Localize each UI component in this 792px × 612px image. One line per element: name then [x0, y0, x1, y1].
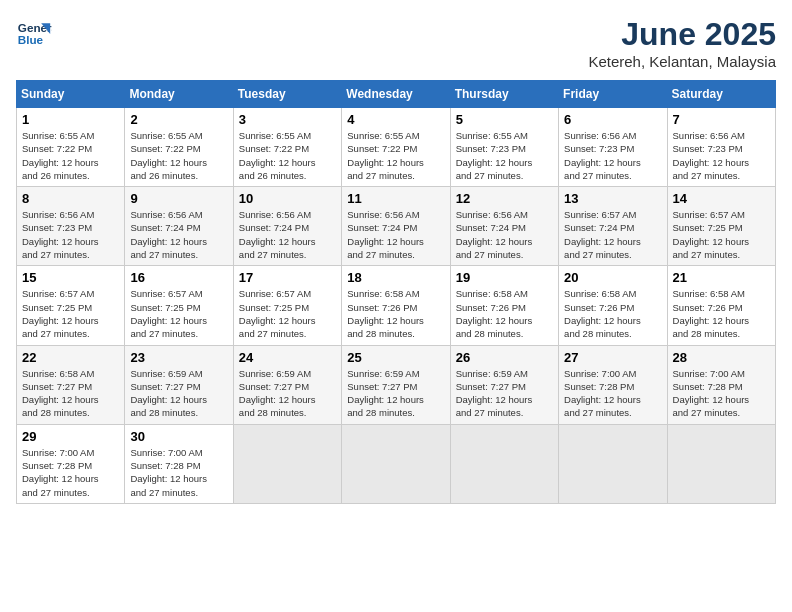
table-row	[667, 424, 775, 503]
day-info: Sunrise: 6:56 AM Sunset: 7:24 PM Dayligh…	[239, 208, 336, 261]
day-number: 29	[22, 429, 119, 444]
day-info: Sunrise: 6:59 AM Sunset: 7:27 PM Dayligh…	[347, 367, 444, 420]
header-thursday: Thursday	[450, 81, 558, 108]
day-number: 15	[22, 270, 119, 285]
day-info: Sunrise: 6:55 AM Sunset: 7:22 PM Dayligh…	[239, 129, 336, 182]
header-tuesday: Tuesday	[233, 81, 341, 108]
svg-text:Blue: Blue	[18, 33, 44, 46]
table-row: 6Sunrise: 6:56 AM Sunset: 7:23 PM Daylig…	[559, 108, 667, 187]
title-area: June 2025 Ketereh, Kelantan, Malaysia	[588, 16, 776, 70]
table-row: 19Sunrise: 6:58 AM Sunset: 7:26 PM Dayli…	[450, 266, 558, 345]
day-info: Sunrise: 7:00 AM Sunset: 7:28 PM Dayligh…	[564, 367, 661, 420]
header-sunday: Sunday	[17, 81, 125, 108]
day-number: 1	[22, 112, 119, 127]
table-row: 2Sunrise: 6:55 AM Sunset: 7:22 PM Daylig…	[125, 108, 233, 187]
logo: General Blue	[16, 16, 52, 52]
day-info: Sunrise: 7:00 AM Sunset: 7:28 PM Dayligh…	[130, 446, 227, 499]
day-info: Sunrise: 6:55 AM Sunset: 7:23 PM Dayligh…	[456, 129, 553, 182]
day-number: 4	[347, 112, 444, 127]
day-number: 20	[564, 270, 661, 285]
day-info: Sunrise: 6:57 AM Sunset: 7:25 PM Dayligh…	[239, 287, 336, 340]
month-title: June 2025	[588, 16, 776, 53]
table-row: 11Sunrise: 6:56 AM Sunset: 7:24 PM Dayli…	[342, 187, 450, 266]
day-info: Sunrise: 6:55 AM Sunset: 7:22 PM Dayligh…	[22, 129, 119, 182]
day-info: Sunrise: 6:56 AM Sunset: 7:24 PM Dayligh…	[130, 208, 227, 261]
day-info: Sunrise: 6:59 AM Sunset: 7:27 PM Dayligh…	[130, 367, 227, 420]
day-info: Sunrise: 6:58 AM Sunset: 7:26 PM Dayligh…	[456, 287, 553, 340]
day-info: Sunrise: 6:56 AM Sunset: 7:23 PM Dayligh…	[564, 129, 661, 182]
day-number: 3	[239, 112, 336, 127]
day-info: Sunrise: 6:58 AM Sunset: 7:27 PM Dayligh…	[22, 367, 119, 420]
day-info: Sunrise: 6:57 AM Sunset: 7:25 PM Dayligh…	[673, 208, 770, 261]
day-number: 2	[130, 112, 227, 127]
day-info: Sunrise: 6:56 AM Sunset: 7:23 PM Dayligh…	[673, 129, 770, 182]
day-number: 10	[239, 191, 336, 206]
day-number: 17	[239, 270, 336, 285]
day-number: 19	[456, 270, 553, 285]
day-info: Sunrise: 6:58 AM Sunset: 7:26 PM Dayligh…	[564, 287, 661, 340]
day-number: 27	[564, 350, 661, 365]
table-row: 17Sunrise: 6:57 AM Sunset: 7:25 PM Dayli…	[233, 266, 341, 345]
page-header: General Blue June 2025 Ketereh, Kelantan…	[16, 16, 776, 70]
table-row	[233, 424, 341, 503]
day-info: Sunrise: 6:56 AM Sunset: 7:24 PM Dayligh…	[347, 208, 444, 261]
table-row: 22Sunrise: 6:58 AM Sunset: 7:27 PM Dayli…	[17, 345, 125, 424]
day-number: 28	[673, 350, 770, 365]
table-row: 15Sunrise: 6:57 AM Sunset: 7:25 PM Dayli…	[17, 266, 125, 345]
table-row: 28Sunrise: 7:00 AM Sunset: 7:28 PM Dayli…	[667, 345, 775, 424]
header-wednesday: Wednesday	[342, 81, 450, 108]
day-info: Sunrise: 7:00 AM Sunset: 7:28 PM Dayligh…	[22, 446, 119, 499]
table-row: 20Sunrise: 6:58 AM Sunset: 7:26 PM Dayli…	[559, 266, 667, 345]
table-row: 18Sunrise: 6:58 AM Sunset: 7:26 PM Dayli…	[342, 266, 450, 345]
day-number: 18	[347, 270, 444, 285]
calendar-header-row: Sunday Monday Tuesday Wednesday Thursday…	[17, 81, 776, 108]
day-number: 6	[564, 112, 661, 127]
table-row: 26Sunrise: 6:59 AM Sunset: 7:27 PM Dayli…	[450, 345, 558, 424]
day-number: 5	[456, 112, 553, 127]
table-row: 5Sunrise: 6:55 AM Sunset: 7:23 PM Daylig…	[450, 108, 558, 187]
table-row: 7Sunrise: 6:56 AM Sunset: 7:23 PM Daylig…	[667, 108, 775, 187]
day-info: Sunrise: 6:59 AM Sunset: 7:27 PM Dayligh…	[456, 367, 553, 420]
day-number: 9	[130, 191, 227, 206]
day-number: 16	[130, 270, 227, 285]
day-number: 26	[456, 350, 553, 365]
day-number: 8	[22, 191, 119, 206]
day-info: Sunrise: 6:55 AM Sunset: 7:22 PM Dayligh…	[130, 129, 227, 182]
day-info: Sunrise: 6:57 AM Sunset: 7:25 PM Dayligh…	[130, 287, 227, 340]
day-info: Sunrise: 6:55 AM Sunset: 7:22 PM Dayligh…	[347, 129, 444, 182]
table-row: 13Sunrise: 6:57 AM Sunset: 7:24 PM Dayli…	[559, 187, 667, 266]
calendar-week-5: 29Sunrise: 7:00 AM Sunset: 7:28 PM Dayli…	[17, 424, 776, 503]
table-row: 9Sunrise: 6:56 AM Sunset: 7:24 PM Daylig…	[125, 187, 233, 266]
day-number: 14	[673, 191, 770, 206]
table-row: 10Sunrise: 6:56 AM Sunset: 7:24 PM Dayli…	[233, 187, 341, 266]
table-row: 1Sunrise: 6:55 AM Sunset: 7:22 PM Daylig…	[17, 108, 125, 187]
header-friday: Friday	[559, 81, 667, 108]
table-row: 16Sunrise: 6:57 AM Sunset: 7:25 PM Dayli…	[125, 266, 233, 345]
table-row: 4Sunrise: 6:55 AM Sunset: 7:22 PM Daylig…	[342, 108, 450, 187]
table-row: 23Sunrise: 6:59 AM Sunset: 7:27 PM Dayli…	[125, 345, 233, 424]
day-number: 12	[456, 191, 553, 206]
table-row: 29Sunrise: 7:00 AM Sunset: 7:28 PM Dayli…	[17, 424, 125, 503]
day-number: 24	[239, 350, 336, 365]
calendar-week-2: 8Sunrise: 6:56 AM Sunset: 7:23 PM Daylig…	[17, 187, 776, 266]
day-number: 13	[564, 191, 661, 206]
day-number: 22	[22, 350, 119, 365]
day-info: Sunrise: 7:00 AM Sunset: 7:28 PM Dayligh…	[673, 367, 770, 420]
header-saturday: Saturday	[667, 81, 775, 108]
calendar-week-1: 1Sunrise: 6:55 AM Sunset: 7:22 PM Daylig…	[17, 108, 776, 187]
table-row: 12Sunrise: 6:56 AM Sunset: 7:24 PM Dayli…	[450, 187, 558, 266]
table-row: 14Sunrise: 6:57 AM Sunset: 7:25 PM Dayli…	[667, 187, 775, 266]
day-number: 7	[673, 112, 770, 127]
day-info: Sunrise: 6:58 AM Sunset: 7:26 PM Dayligh…	[347, 287, 444, 340]
table-row	[450, 424, 558, 503]
table-row: 21Sunrise: 6:58 AM Sunset: 7:26 PM Dayli…	[667, 266, 775, 345]
logo-icon: General Blue	[16, 16, 52, 52]
day-info: Sunrise: 6:56 AM Sunset: 7:24 PM Dayligh…	[456, 208, 553, 261]
table-row: 27Sunrise: 7:00 AM Sunset: 7:28 PM Dayli…	[559, 345, 667, 424]
day-number: 30	[130, 429, 227, 444]
day-info: Sunrise: 6:57 AM Sunset: 7:25 PM Dayligh…	[22, 287, 119, 340]
table-row: 3Sunrise: 6:55 AM Sunset: 7:22 PM Daylig…	[233, 108, 341, 187]
day-info: Sunrise: 6:57 AM Sunset: 7:24 PM Dayligh…	[564, 208, 661, 261]
header-monday: Monday	[125, 81, 233, 108]
table-row	[342, 424, 450, 503]
